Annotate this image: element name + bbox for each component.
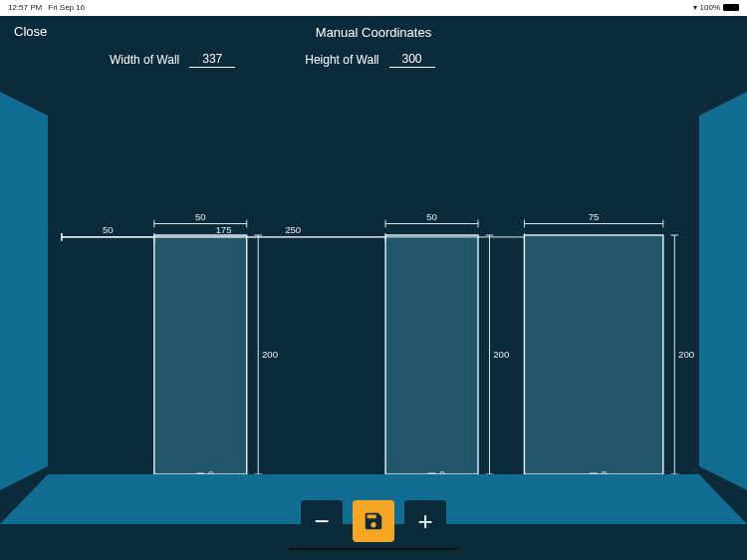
svg-text:200: 200 [678, 349, 694, 360]
svg-text:250: 250 [285, 224, 301, 235]
height-input[interactable] [389, 52, 435, 68]
width-input[interactable] [189, 52, 235, 68]
status-time: 12:57 PM [8, 3, 42, 12]
save-button[interactable] [353, 500, 394, 542]
wall-canvas[interactable]: 50200500502001750752002500 [48, 116, 699, 474]
svg-text:200: 200 [493, 349, 509, 360]
svg-text:0: 0 [602, 468, 607, 474]
svg-text:50: 50 [426, 211, 437, 222]
frame[interactable] [524, 235, 662, 474]
svg-text:75: 75 [589, 211, 600, 222]
frame[interactable] [385, 235, 478, 474]
minus-button[interactable]: − [301, 500, 343, 542]
svg-text:175: 175 [216, 224, 232, 235]
wall-side-left [0, 92, 48, 490]
plus-button[interactable]: + [404, 500, 446, 542]
height-label: Height of Wall [305, 53, 378, 67]
minus-icon: − [314, 508, 329, 534]
close-button[interactable]: Close [14, 24, 47, 39]
status-bar: 12:57 PM Fri Sep 16 ▾ 100% [0, 0, 747, 14]
save-icon [363, 510, 384, 532]
battery-icon [723, 4, 739, 11]
header: Close Manual Coordinates [0, 16, 747, 48]
footer-divider [289, 548, 458, 550]
frame[interactable] [154, 235, 247, 474]
svg-text:50: 50 [195, 211, 206, 222]
status-date: Fri Sep 16 [48, 3, 85, 12]
svg-text:200: 200 [262, 349, 278, 360]
svg-text:0: 0 [439, 468, 444, 474]
page-title: Manual Coordinates [316, 25, 431, 40]
wall-dimensions-row: Width of Wall Height of Wall [0, 48, 747, 76]
wifi-icon: ▾ [693, 3, 697, 12]
status-battery: 100% [700, 3, 720, 12]
width-label: Width of Wall [110, 53, 179, 67]
svg-text:50: 50 [103, 224, 114, 235]
svg-text:0: 0 [208, 468, 213, 474]
wall-side-right [699, 92, 747, 490]
plus-icon: + [417, 508, 432, 534]
